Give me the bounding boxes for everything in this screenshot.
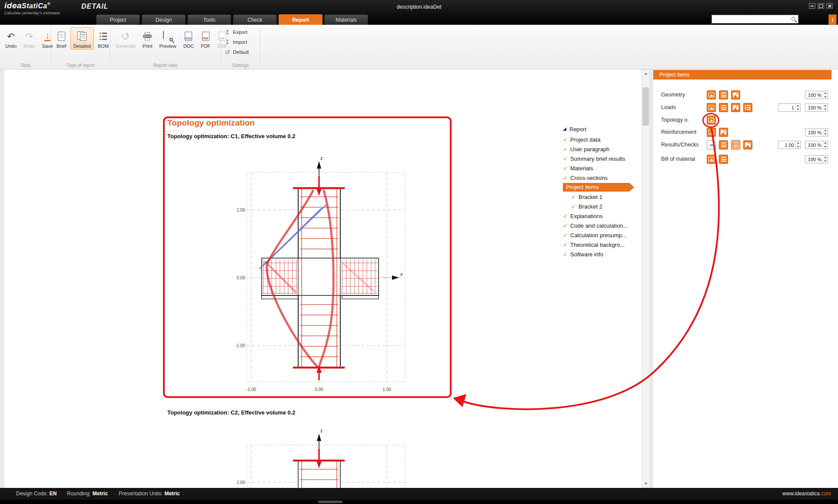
default-button[interactable]: ↺ Default xyxy=(223,47,258,57)
picture-button[interactable] xyxy=(707,128,716,137)
image-button[interactable] xyxy=(731,90,740,99)
preview-button[interactable]: Preview xyxy=(156,27,180,50)
print-icon xyxy=(143,32,152,40)
table-button[interactable] xyxy=(719,140,728,149)
brief-button[interactable]: Brief xyxy=(53,27,70,50)
tab-check[interactable]: Check xyxy=(233,14,277,25)
import-button[interactable]: ↧ Import xyxy=(223,37,258,47)
undo-button[interactable]: ↶ Undo xyxy=(2,27,20,50)
svg-text:1.00: 1.00 xyxy=(237,480,246,485)
taskbar-sliver[interactable] xyxy=(318,501,343,503)
tree-item-calculation-presumptions[interactable]: ✓Calculation presump... xyxy=(563,230,645,240)
image-button[interactable] xyxy=(719,128,728,137)
tab-tools[interactable]: Tools xyxy=(187,14,231,25)
table-button[interactable] xyxy=(719,155,728,164)
tree-item-bracket-2[interactable]: ✓Bracket 2 xyxy=(563,202,645,211)
close-button[interactable] xyxy=(826,3,833,9)
tree-item-summary-brief-results[interactable]: ✓Summary brief results xyxy=(563,154,645,163)
check-icon: ✓ xyxy=(571,194,579,200)
tree-item-theoretical-background[interactable]: ✓Theoretical backgro... xyxy=(563,240,645,249)
logo-registered: ® xyxy=(47,2,50,6)
image-icon xyxy=(733,105,738,110)
spinner-icon[interactable] xyxy=(823,156,828,163)
scale-field[interactable]: 100 % xyxy=(805,155,828,163)
info-button[interactable]: i xyxy=(828,14,837,25)
scale-field[interactable]: 100 % xyxy=(805,103,828,112)
check-icon: ✓ xyxy=(563,251,570,258)
picture-button[interactable] xyxy=(707,103,716,112)
scale-field[interactable]: 100 % xyxy=(805,141,828,149)
bom-button[interactable]: BOM xyxy=(95,27,112,50)
picture-button[interactable] xyxy=(707,116,716,125)
picture-icon xyxy=(708,93,714,97)
pdf-file-icon: PDF xyxy=(202,32,210,41)
group-label-view: Report view xyxy=(110,63,220,68)
app-window: ideaStatiCa® Calculate yesterday's estim… xyxy=(0,0,838,504)
tab-materials[interactable]: Materials xyxy=(324,14,368,25)
app-mode-label: DETAIL xyxy=(81,3,109,10)
doc-file-icon: DOC xyxy=(185,32,192,41)
tree-item-materials[interactable]: ✓Materials xyxy=(563,163,645,173)
scroll-up-icon[interactable] xyxy=(642,70,649,77)
picture-button[interactable] xyxy=(707,90,716,99)
tree-root-report[interactable]: Report xyxy=(563,123,645,135)
generate-icon xyxy=(122,33,129,40)
maximize-button[interactable] xyxy=(818,3,824,9)
spinner-icon[interactable] xyxy=(823,129,828,136)
limit-field[interactable]: 1.00 xyxy=(778,141,801,149)
svg-text:0.00: 0.00 xyxy=(315,387,323,392)
minimize-button[interactable] xyxy=(809,3,815,9)
tree-item-cross-sections[interactable]: ✓Cross-sections xyxy=(563,173,645,182)
report-tree: Report ✓Project data ✓User paragraph ✓Su… xyxy=(563,123,645,259)
redo-button[interactable]: ↷ Redo xyxy=(20,27,38,50)
panel-row-loads: Loads 1 100 % xyxy=(653,103,838,113)
export-icon: ↥ xyxy=(224,29,230,35)
website-link[interactable]: www.ideastatica.com xyxy=(782,491,831,497)
tree-item-project-items[interactable]: Project items xyxy=(563,182,645,192)
brief-icon xyxy=(58,32,65,41)
tree-item-explanations[interactable]: ✓Explanations xyxy=(563,211,645,221)
tree-item-bracket-1[interactable]: ✓Bracket 1 xyxy=(563,192,645,202)
check-icon: ✓ xyxy=(563,146,570,153)
units-status: Presentation Units:Metric xyxy=(119,491,180,497)
panel-row-bill-of-material: Bill of material 100 % xyxy=(653,155,838,164)
tree-item-user-paragraph[interactable]: ✓User paragraph xyxy=(563,144,645,154)
spinner-icon[interactable] xyxy=(823,141,828,149)
count-field[interactable]: 1 xyxy=(778,103,801,112)
image-icon xyxy=(745,143,751,147)
scroll-down-icon[interactable] xyxy=(642,480,649,487)
tree-item-code-and-calculation[interactable]: ✓Code and calculation... xyxy=(563,221,645,230)
tab-design[interactable]: Design xyxy=(142,14,186,25)
export-button[interactable]: ↥ Export xyxy=(223,27,258,37)
image-button[interactable] xyxy=(743,140,752,149)
generate-button[interactable]: Generate xyxy=(113,27,139,50)
picture-button[interactable] xyxy=(707,155,716,164)
spinner-icon[interactable] xyxy=(795,141,800,149)
pdf-export-button[interactable]: PDF PDF xyxy=(198,27,213,50)
app-logo: ideaStatiCa® Calculate yesterday's estim… xyxy=(4,1,60,15)
detailed-table-button[interactable] xyxy=(743,103,752,112)
spinner-icon[interactable] xyxy=(823,91,828,99)
none-button[interactable] xyxy=(707,140,716,149)
table-button[interactable] xyxy=(719,103,728,112)
scale-field[interactable]: 100 % xyxy=(805,128,828,136)
image-button[interactable] xyxy=(731,103,740,112)
detailed-button[interactable]: Detailed xyxy=(70,27,94,50)
spinner-icon[interactable] xyxy=(795,104,800,111)
spinner-icon[interactable] xyxy=(823,104,828,111)
table-button[interactable] xyxy=(719,90,728,99)
tree-item-project-data[interactable]: ✓Project data xyxy=(563,135,645,144)
scrollbar-thumb[interactable] xyxy=(642,87,649,126)
tree-item-software-info[interactable]: ✓Software info xyxy=(563,249,645,259)
table-icon xyxy=(721,105,726,110)
tab-report[interactable]: Report xyxy=(279,14,323,25)
ribbon-group-view: Generate Print Preview DOC DOC PDF PDF xyxy=(110,25,220,69)
search-box[interactable] xyxy=(712,15,798,23)
table-selected-button[interactable] xyxy=(731,140,740,149)
tab-project[interactable]: Project xyxy=(96,14,140,25)
scale-field[interactable]: 100 % xyxy=(805,91,828,99)
print-button[interactable]: Print xyxy=(140,27,156,50)
picture-icon xyxy=(708,105,714,110)
search-input[interactable] xyxy=(712,16,791,23)
doc-export-button[interactable]: DOC DOC xyxy=(180,27,197,50)
